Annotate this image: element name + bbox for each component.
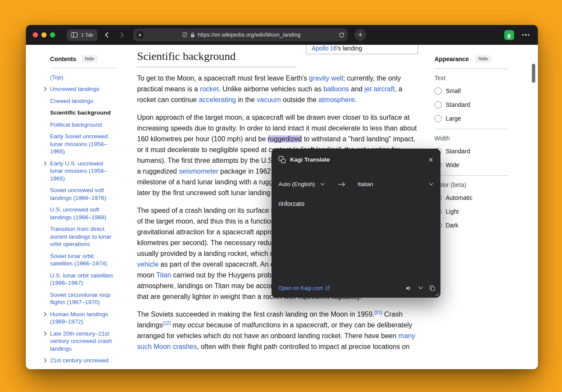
chevron-right-icon[interactable] bbox=[43, 358, 47, 363]
toc-item[interactable]: Scientific background bbox=[43, 109, 117, 117]
copy-icon[interactable] bbox=[429, 285, 435, 291]
page-scrollbar-thumb[interactable] bbox=[532, 64, 535, 83]
zoom-window-button[interactable] bbox=[50, 32, 55, 37]
article-paragraph: To get to the Moon, a spacecraft must fi… bbox=[137, 73, 418, 105]
appearance-hide-button[interactable]: hide bbox=[475, 55, 491, 63]
chevron-right-icon[interactable] bbox=[43, 87, 47, 91]
toc-item[interactable]: Uncrewed landings bbox=[43, 85, 117, 93]
toc-item-label: Uncrewed landings bbox=[50, 86, 100, 92]
minimize-window-button[interactable] bbox=[41, 32, 47, 37]
new-tab-button[interactable]: + bbox=[354, 29, 366, 41]
toc-item[interactable]: Political background bbox=[43, 121, 117, 129]
appearance-option-dark[interactable]: Dark bbox=[434, 222, 509, 229]
toc-item-label: Soviet circumlunar loop flights (1967–19… bbox=[50, 292, 110, 306]
source-language-select[interactable]: Auto (English) bbox=[278, 181, 325, 187]
chevron-right-icon[interactable] bbox=[43, 161, 47, 166]
article-link[interactable]: Titan bbox=[156, 271, 171, 279]
translate-icon bbox=[278, 156, 286, 163]
article-link[interactable]: seismometer bbox=[179, 168, 219, 175]
toc-item-label: U.S. lunar orbit satellites (1966–1967) bbox=[50, 272, 113, 286]
toc-divider bbox=[50, 68, 117, 68]
appearance-section-label: Color (beta) bbox=[434, 181, 509, 188]
chevron-right-icon[interactable] bbox=[43, 312, 47, 317]
close-icon[interactable]: × bbox=[427, 156, 434, 164]
appearance-panel: Appearance hide TextSmallStandardLargeWi… bbox=[434, 55, 509, 236]
article-link[interactable]: balloons bbox=[323, 85, 349, 93]
toc-item[interactable]: Soviet uncrewed soft landings (1966–1976… bbox=[43, 187, 117, 202]
toc-title: Contents bbox=[50, 56, 76, 62]
toc-item[interactable]: (Top) bbox=[43, 74, 117, 81]
resize-handle-icon[interactable] bbox=[434, 292, 439, 296]
more-menu-button[interactable] bbox=[521, 34, 531, 36]
article-link[interactable]: jet aircraft bbox=[364, 85, 394, 93]
open-on-kagi-link[interactable]: Open on Kagi.com bbox=[278, 285, 330, 291]
appearance-option-light[interactable]: Light bbox=[434, 208, 509, 215]
toc-item[interactable]: U.S. lunar orbit satellites (1966–1967) bbox=[43, 272, 117, 287]
appearance-option-wide[interactable]: Wide bbox=[434, 162, 509, 169]
article-link[interactable]: many such Moon crashes bbox=[137, 332, 415, 350]
toc-item[interactable]: Soviet circumlunar loop flights (1967–19… bbox=[43, 291, 117, 306]
url-text: https://en.wikipedia.org/wiki/Moon_landi… bbox=[198, 32, 300, 38]
tracker-shield-icon[interactable] bbox=[182, 32, 187, 38]
tab-overview-button[interactable]: 1 Tab bbox=[67, 29, 97, 41]
appearance-option-label: Large bbox=[446, 115, 461, 122]
radio-icon[interactable] bbox=[434, 87, 442, 95]
article-link[interactable]: vacuum bbox=[257, 96, 281, 103]
reader-dot-icon[interactable] bbox=[136, 31, 144, 39]
apollo-16-link[interactable]: Apollo 16 bbox=[312, 45, 337, 52]
sidebar-toggle-icon[interactable] bbox=[71, 32, 78, 37]
toc-item[interactable]: U.S. uncrewed soft landings (1966–1968) bbox=[43, 206, 117, 221]
toc-item-label: Soviet uncrewed soft landings (1966–1976… bbox=[50, 187, 106, 201]
reference-link[interactable]: [21] bbox=[375, 310, 382, 315]
article-link[interactable]: gravity well bbox=[309, 75, 343, 82]
toc-item[interactable]: Late 20th century–21st century uncrewed … bbox=[43, 330, 117, 353]
appearance-option-label: Automatic bbox=[446, 194, 472, 201]
article-link[interactable]: rocket bbox=[200, 85, 219, 93]
appearance-option-standard[interactable]: Standard bbox=[434, 101, 509, 109]
appearance-option-label: Wide bbox=[446, 162, 459, 168]
appearance-option-label: Dark bbox=[446, 222, 459, 229]
open-on-kagi-label: Open on Kagi.com bbox=[278, 285, 323, 291]
reference-superscript: [21] bbox=[375, 310, 382, 315]
chevron-right-icon[interactable] bbox=[43, 331, 47, 336]
reload-icon[interactable] bbox=[338, 32, 345, 38]
toc-item[interactable]: Early Soviet uncrewed lunar missions (19… bbox=[43, 133, 117, 156]
toc-item[interactable]: Transition from direct ascent landings t… bbox=[43, 225, 117, 248]
expand-chevron-icon[interactable] bbox=[418, 286, 423, 290]
speaker-icon[interactable] bbox=[406, 285, 412, 291]
appearance-option-automatic[interactable]: Automatic bbox=[434, 194, 509, 202]
radio-icon[interactable] bbox=[434, 115, 442, 122]
article-link[interactable]: accelerating bbox=[199, 96, 236, 103]
toc-item[interactable]: Early U.S. uncrewed lunar missions (1958… bbox=[43, 160, 117, 183]
toc-item-label: Early Soviet uncrewed lunar missions (19… bbox=[50, 133, 108, 155]
appearance-section-label: Width bbox=[434, 135, 509, 142]
link-preview-suffix: 's landing bbox=[337, 45, 362, 52]
toc-item[interactable]: Soviet lunar orbit satellites (1966–1974… bbox=[43, 252, 117, 268]
appearance-option-large[interactable]: Large bbox=[434, 115, 509, 122]
link-preview-box: Apollo 16's landing bbox=[306, 45, 418, 54]
browser-titlebar: 1 Tab https://en.wikipedia.org/wiki/Moon… bbox=[26, 25, 538, 45]
toc-item-label: U.S. uncrewed soft landings (1966–1968) bbox=[50, 206, 106, 221]
kagi-translate-popup: Kagi Translate × Auto (English) Italian bbox=[272, 149, 440, 298]
reference-link[interactable]: [22] bbox=[163, 320, 171, 326]
close-window-button[interactable] bbox=[33, 32, 38, 37]
toc-item-label: 21st century uncrewed bbox=[50, 357, 109, 364]
toc-item[interactable]: Crewed landings bbox=[43, 97, 117, 105]
target-language-select[interactable]: Italian bbox=[358, 181, 434, 187]
toc-item-label: Human Moon landings (1969–1972) bbox=[50, 311, 108, 325]
browser-window: 1 Tab https://en.wikipedia.org/wiki/Moon… bbox=[26, 25, 538, 369]
article-link[interactable]: atmosphere bbox=[318, 96, 355, 103]
back-button[interactable] bbox=[101, 29, 112, 40]
toc-item[interactable]: 21st century uncrewed bbox=[43, 357, 117, 364]
toc-item[interactable]: Human Moon landings (1969–1972) bbox=[43, 311, 117, 326]
appearance-option-small[interactable]: Small bbox=[434, 87, 509, 95]
address-bar[interactable]: https://en.wikipedia.org/wiki/Moon_landi… bbox=[133, 28, 348, 41]
forward-button[interactable] bbox=[116, 29, 128, 40]
translate-popup-title: Kagi Translate bbox=[290, 156, 330, 163]
lock-icon bbox=[190, 32, 195, 38]
appearance-option-standard[interactable]: Standard bbox=[434, 148, 509, 155]
external-link-icon bbox=[325, 286, 330, 290]
radio-icon[interactable] bbox=[434, 101, 442, 109]
kagi-logo[interactable]: g bbox=[504, 30, 514, 40]
toc-hide-button[interactable]: hide bbox=[81, 55, 98, 63]
